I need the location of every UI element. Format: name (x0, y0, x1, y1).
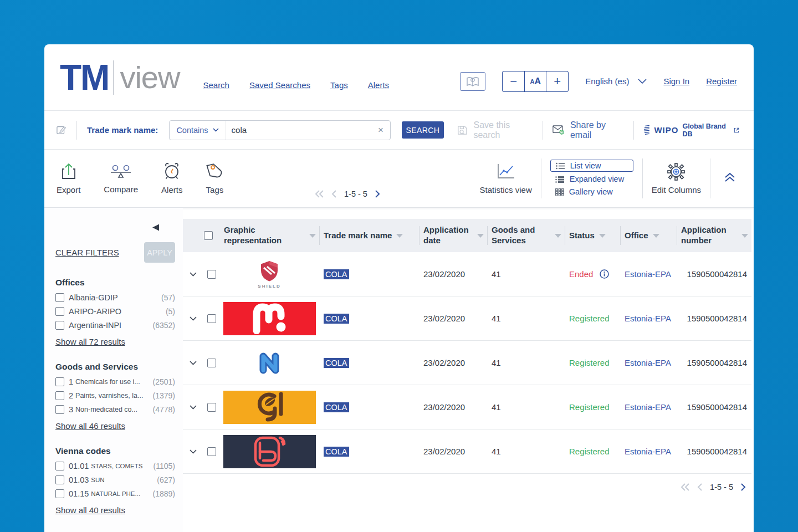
checkbox[interactable] (55, 391, 64, 400)
sort-icon[interactable] (741, 234, 748, 238)
office-link[interactable]: Estonia-EPA (620, 358, 677, 367)
statistics-chart-icon (497, 163, 515, 180)
info-icon[interactable] (600, 269, 609, 279)
show-all-goods-link[interactable]: Show all 46 results (55, 421, 125, 431)
nav-tags-link[interactable]: Tags (330, 80, 348, 90)
next-page-icon[interactable] (375, 190, 380, 198)
export-button[interactable]: Export (57, 162, 80, 195)
apply-filters-button[interactable]: APPLY (144, 242, 175, 263)
show-all-vienna-link[interactable]: Show all 40 results (55, 505, 125, 515)
font-decrease-button[interactable]: − (502, 71, 524, 92)
expand-row-icon[interactable] (183, 405, 203, 410)
row-checkbox[interactable] (207, 447, 216, 456)
compare-button[interactable]: Compare (104, 163, 138, 194)
col-application-number: Application number (677, 219, 751, 252)
trademark-search-input[interactable] (226, 125, 371, 135)
trademark-image-navy-b[interactable] (219, 435, 319, 468)
edit-columns-button[interactable]: Edit Columns (652, 163, 701, 195)
clear-search-icon[interactable]: × (371, 125, 390, 136)
checkbox[interactable] (55, 405, 64, 414)
checkbox[interactable] (55, 489, 64, 498)
language-selector[interactable]: English (es) (585, 76, 647, 86)
checkbox[interactable] (55, 293, 64, 302)
checkbox[interactable] (55, 377, 64, 386)
office-link[interactable]: Estonia-EPA (620, 402, 677, 412)
expand-row-icon[interactable] (183, 449, 203, 454)
save-search-button[interactable]: Save this search (457, 120, 533, 140)
font-increase-button[interactable]: + (546, 71, 569, 92)
previous-page-icon[interactable] (331, 190, 337, 198)
open-book-icon (466, 76, 479, 87)
office-link[interactable]: Estonia-EPA (620, 447, 677, 456)
view-switcher: List view Expanded view (550, 160, 633, 197)
sign-in-link[interactable]: Sign In (663, 76, 689, 86)
trademark-name[interactable]: COLA (324, 269, 349, 279)
first-page-icon[interactable] (681, 483, 690, 491)
register-link[interactable]: Register (706, 76, 737, 86)
trademark-image-shield[interactable]: SHIELD (219, 260, 319, 289)
expanded-view-option[interactable]: Expanded view (550, 173, 633, 185)
search-button[interactable]: SEARCH (402, 121, 444, 139)
filter-label: STARS, COMETS (91, 463, 142, 469)
application-number: 1590500042814 (677, 447, 751, 456)
checkbox[interactable] (55, 321, 64, 330)
filter-label: SUN (91, 477, 104, 483)
sort-icon[interactable] (653, 234, 659, 238)
expand-row-icon[interactable] (183, 316, 203, 321)
office-link[interactable]: Estonia-EPA (620, 269, 677, 279)
sort-icon[interactable] (599, 234, 606, 238)
tags-button[interactable]: Tags (206, 162, 223, 195)
statistics-view-button[interactable]: Statistics view (480, 163, 532, 195)
filter-item: 01.01 STARS, COMETS (1105) (55, 462, 175, 470)
collapse-toolbar-button[interactable] (719, 173, 740, 184)
filter-code: 01.03 (69, 475, 89, 484)
sort-icon[interactable] (555, 234, 561, 238)
user-guide-button[interactable] (460, 72, 485, 91)
expand-row-icon[interactable] (183, 272, 203, 277)
previous-page-icon[interactable] (697, 483, 703, 491)
trademark-name[interactable]: COLA (324, 402, 349, 412)
tags-label: Tags (206, 185, 224, 195)
row-checkbox[interactable] (207, 314, 216, 323)
select-all-checkbox[interactable] (204, 231, 213, 240)
wipo-global-brand-db-link[interactable]: WIPO Global Brand DB (643, 122, 739, 138)
sort-icon[interactable] (309, 234, 316, 238)
row-checkbox[interactable] (207, 403, 216, 412)
expand-row-icon[interactable] (183, 361, 203, 365)
sort-icon[interactable] (396, 234, 403, 238)
office-link[interactable]: Estonia-EPA (620, 314, 677, 323)
edit-search-icon[interactable] (57, 125, 66, 136)
checkbox[interactable] (55, 475, 64, 484)
shield-logo (258, 260, 281, 282)
condition-dropdown[interactable]: Contains (170, 121, 226, 140)
main-area: CLEAR FILTERS APPLY Offices Albania-GDIP… (44, 208, 754, 532)
clear-filters-link[interactable]: CLEAR FILTERS (55, 248, 119, 257)
collapse-sidebar-icon[interactable] (152, 223, 160, 233)
gallery-view-option[interactable]: Gallery view (550, 186, 633, 197)
share-by-email-button[interactable]: @ Share by email (553, 120, 623, 140)
nav-alerts-link[interactable]: Alerts (368, 80, 389, 90)
first-page-icon[interactable] (315, 190, 324, 198)
trademark-name[interactable]: COLA (324, 447, 349, 457)
list-view-option[interactable]: List view (550, 160, 633, 172)
trademark-name[interactable]: COLA (324, 314, 349, 324)
trademark-image-blue-n[interactable] (219, 346, 319, 380)
logo-tm-text: TM (60, 60, 109, 95)
alerts-button[interactable]: Alerts (161, 162, 182, 195)
row-checkbox[interactable] (207, 270, 216, 279)
application-number: 1590500042814 (677, 269, 751, 279)
filter-section-title: Offices (55, 278, 175, 288)
nav-saved-searches-link[interactable]: Saved Searches (249, 80, 310, 90)
checkbox[interactable] (55, 307, 64, 316)
font-reset-button[interactable]: AA (524, 71, 546, 92)
trademark-image-coffee-g[interactable] (219, 391, 319, 424)
search-field-group: Contains × (169, 120, 390, 140)
row-checkbox[interactable] (207, 359, 216, 367)
trademark-image-red-m[interactable] (219, 302, 319, 335)
nav-search-link[interactable]: Search (203, 80, 229, 90)
show-all-offices-link[interactable]: Show all 72 results (55, 337, 125, 346)
next-page-icon[interactable] (740, 483, 746, 491)
trademark-name[interactable]: COLA (324, 358, 349, 368)
sort-icon[interactable] (477, 234, 484, 238)
checkbox[interactable] (55, 462, 64, 470)
